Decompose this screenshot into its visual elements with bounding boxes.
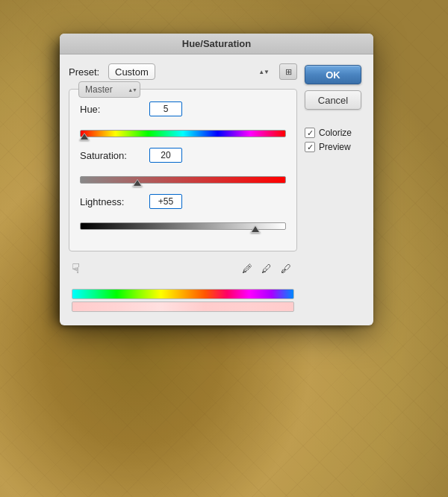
eyedropper-tools: 🖉 🖊 🖋 <box>239 261 294 276</box>
colorize-checkbox[interactable] <box>305 128 315 138</box>
saturation-track <box>80 176 286 184</box>
saturation-value-input[interactable] <box>149 148 182 163</box>
colorize-label: Colorize <box>319 128 352 138</box>
preset-select-wrapper: Custom <box>108 63 273 80</box>
add-sample-button[interactable]: 🖊 <box>258 261 275 276</box>
color-bars <box>69 289 297 316</box>
ok-button[interactable]: OK <box>305 65 361 84</box>
hue-value-input[interactable] <box>149 101 182 116</box>
channel-select-wrapper: Master Reds Yellows Greens Cyans Blues M… <box>78 81 140 98</box>
dialog-body: Preset: Custom ⊞ Master Reds Yel <box>60 54 373 325</box>
title-bar: Hue/Saturation <box>60 34 373 54</box>
sample-eyedropper-button[interactable]: 🖉 <box>239 261 255 276</box>
result-color-bar <box>72 301 294 312</box>
source-color-bar <box>72 289 294 299</box>
saturation-label: Saturation: <box>80 150 143 161</box>
cancel-button[interactable]: Cancel <box>305 90 361 110</box>
lightness-slider-container <box>80 218 286 234</box>
lightness-value-input[interactable] <box>149 194 182 209</box>
preset-row: Preset: Custom ⊞ <box>69 63 297 80</box>
preview-checkbox[interactable] <box>305 142 315 152</box>
preset-select[interactable]: Custom <box>108 63 155 80</box>
subtract-sample-button[interactable]: 🖋 <box>278 261 294 276</box>
saturation-slider-container <box>80 172 286 188</box>
checkboxes: Colorize Preview <box>305 128 364 152</box>
saturation-thumb[interactable] <box>132 172 143 187</box>
hand-tool-button[interactable]: ☟ <box>72 260 80 277</box>
preview-label: Preview <box>319 142 351 152</box>
channel-group: Master Reds Yellows Greens Cyans Blues M… <box>69 89 297 251</box>
preview-row[interactable]: Preview <box>305 142 364 152</box>
hue-track <box>80 130 286 137</box>
lightness-label: Lightness: <box>80 196 143 207</box>
lightness-row: Lightness: <box>80 194 286 209</box>
dialog-title: Hue/Saturation <box>182 38 251 49</box>
channel-select[interactable]: Master Reds Yellows Greens Cyans Blues M… <box>78 81 140 98</box>
hue-thumb[interactable] <box>79 125 90 140</box>
preset-label: Preset: <box>69 66 102 78</box>
saturation-row: Saturation: <box>80 148 286 163</box>
hue-saturation-dialog: Hue/Saturation Preset: Custom ⊞ <box>60 34 373 325</box>
hue-slider-container <box>80 125 286 142</box>
button-panel: OK Cancel Colorize Preview <box>305 63 364 316</box>
colorize-row[interactable]: Colorize <box>305 128 364 138</box>
bottom-toolbar: ☟ 🖉 🖊 🖋 <box>69 257 297 283</box>
preset-options-button[interactable]: ⊞ <box>279 63 297 80</box>
hue-row: Hue: <box>80 101 286 116</box>
lightness-thumb[interactable] <box>250 218 261 233</box>
main-panel: Preset: Custom ⊞ Master Reds Yel <box>69 63 297 316</box>
options-icon: ⊞ <box>285 67 292 77</box>
hue-label: Hue: <box>80 104 143 115</box>
